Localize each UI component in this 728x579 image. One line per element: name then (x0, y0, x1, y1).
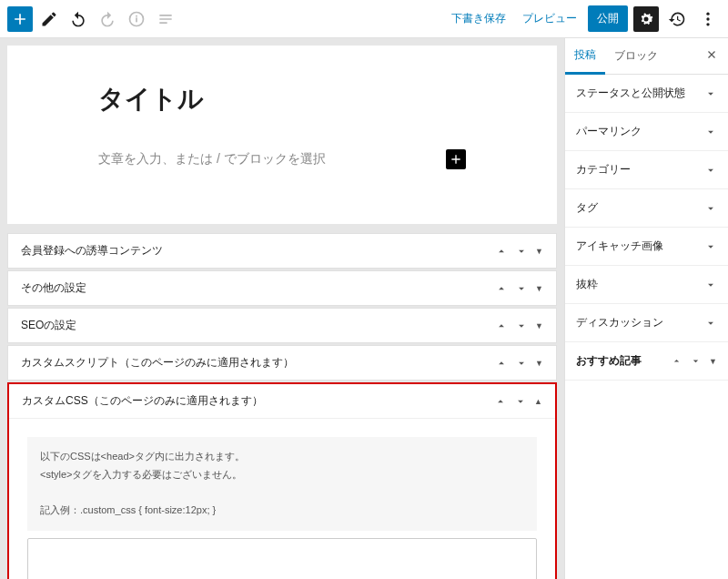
sidebar-panel-permalink[interactable]: パーマリンク (565, 113, 728, 151)
chevron-down-icon (704, 126, 717, 138)
custom-css-textarea[interactable] (27, 538, 537, 579)
info-button[interactable] (124, 6, 149, 32)
chevron-down-icon[interactable] (515, 320, 528, 332)
sidebar-panel-label: ステータスと公開状態 (576, 86, 685, 101)
chevron-up-icon[interactable] (495, 320, 508, 332)
chevron-down-icon (704, 202, 717, 215)
top-toolbar: 下書き保存 プレビュー 公開 (0, 0, 728, 38)
sidebar-panel-label: ディスカッション (576, 315, 663, 330)
svg-point-5 (706, 23, 709, 25)
svg-rect-1 (136, 17, 137, 22)
triangle-icon[interactable]: ▼ (535, 359, 543, 368)
sidebar-panel-tags[interactable]: タグ (565, 189, 728, 228)
meta-panel-label: 会員登録への誘導コンテンツ (21, 243, 163, 259)
sidebar-panel-status[interactable]: ステータスと公開状態 (565, 75, 728, 113)
sidebar-panel-category[interactable]: カテゴリー (565, 151, 728, 189)
custom-css-panel: カスタムCSS（このページのみに適用されます） ▲ 以下のCSSは<head>タ… (7, 382, 557, 579)
chevron-down-icon[interactable] (515, 357, 528, 370)
chevron-down-icon (704, 164, 717, 177)
meta-panel-label: その他の設定 (21, 280, 86, 296)
triangle-icon[interactable]: ▼ (709, 357, 717, 366)
chevron-up-icon[interactable] (495, 282, 508, 295)
sidebar-panel-excerpt[interactable]: 抜粋 (565, 266, 728, 304)
help-line: 以下のCSSは<head>タグ内に出力されます。 (40, 448, 524, 466)
publish-button[interactable]: 公開 (588, 5, 628, 32)
gear-icon (637, 10, 655, 28)
info-icon (127, 10, 146, 28)
chevron-down-icon[interactable] (690, 355, 702, 367)
settings-sidebar: 投稿 ブロック ステータスと公開状態 パーマリンク カテゴリー タグ (564, 38, 728, 579)
history-icon (668, 10, 686, 28)
meta-panels-wrap: 会員登録への誘導コンテンツ ▼ その他の設定 ▼ (7, 233, 557, 579)
triangle-icon[interactable]: ▲ (534, 397, 542, 406)
triangle-icon[interactable]: ▼ (535, 321, 543, 330)
chevron-down-icon (704, 87, 717, 100)
sidebar-panel-label: タグ (576, 200, 598, 216)
chevron-down-icon (704, 317, 717, 330)
paragraph-block[interactable]: 文章を入力、または / でブロックを選択 (98, 149, 466, 169)
chevron-up-icon[interactable] (671, 355, 682, 367)
triangle-icon[interactable]: ▼ (535, 284, 543, 293)
toolbar-right: 下書き保存 プレビュー 公開 (446, 5, 721, 32)
chevron-up-icon[interactable] (494, 395, 507, 408)
close-icon (705, 48, 718, 61)
svg-point-3 (706, 12, 709, 15)
sidebar-panel-label: アイキャッチ画像 (576, 239, 663, 254)
svg-point-4 (706, 17, 709, 20)
edit-mode-button[interactable] (36, 6, 62, 32)
pencil-icon (40, 10, 58, 28)
outline-button[interactable] (153, 6, 178, 32)
sidebar-tabs: 投稿 ブロック (565, 38, 728, 75)
sidebar-panel-label: パーマリンク (576, 124, 642, 139)
undo-icon (69, 10, 87, 28)
kebab-icon (699, 10, 717, 28)
chevron-up-icon[interactable] (495, 245, 508, 258)
meta-panel[interactable]: その他の設定 ▼ (7, 270, 557, 306)
undo-button[interactable] (66, 6, 91, 32)
revisions-button[interactable] (664, 6, 690, 32)
add-block-button[interactable] (7, 6, 33, 32)
meta-panel[interactable]: 会員登録への誘導コンテンツ ▼ (7, 233, 557, 269)
plus-icon (11, 10, 29, 28)
plus-icon (449, 152, 463, 167)
post-title[interactable]: タイトル (98, 82, 466, 117)
chevron-down-icon (704, 240, 717, 253)
preview-button[interactable]: プレビュー (517, 7, 582, 30)
sidebar-panel-discussion[interactable]: ディスカッション (565, 304, 728, 342)
sidebar-panel-featured-image[interactable]: アイキャッチ画像 (565, 228, 728, 266)
paragraph-placeholder: 文章を入力、または / でブロックを選択 (98, 151, 326, 168)
meta-panel-label: カスタムスクリプト（このページのみに適用されます） (21, 355, 294, 371)
sidebar-panel-label: 抜粋 (576, 277, 598, 292)
meta-panel[interactable]: カスタムスクリプト（このページのみに適用されます） ▼ (7, 345, 557, 381)
help-line: <style>タグを入力する必要はございません。 (40, 466, 524, 484)
sidebar-panel-label: おすすめ記事 (576, 353, 642, 369)
meta-panel[interactable]: SEOの設定 ▼ (7, 308, 557, 343)
tab-block[interactable]: ブロック (605, 39, 667, 73)
tab-post[interactable]: 投稿 (565, 38, 605, 75)
svg-rect-2 (136, 15, 137, 16)
toolbar-left (7, 6, 178, 32)
chevron-down-icon (704, 279, 717, 291)
custom-css-help: 以下のCSSは<head>タグ内に出力されます。 <style>タグを入力する必… (27, 437, 537, 531)
editor-canvas: タイトル 文章を入力、または / でブロックを選択 (7, 46, 557, 224)
chevron-down-icon[interactable] (515, 245, 528, 258)
chevron-down-icon[interactable] (515, 282, 528, 295)
redo-button[interactable] (95, 6, 120, 32)
triangle-icon[interactable]: ▼ (535, 247, 543, 256)
sidebar-close-button[interactable] (701, 48, 723, 64)
help-line: 記入例：.custom_css { font-size:12px; } (40, 502, 524, 520)
sidebar-panel-label: カテゴリー (576, 162, 631, 178)
editor-canvas-column: タイトル 文章を入力、または / でブロックを選択 会員登録への誘導コンテンツ … (0, 38, 564, 579)
inline-add-block-button[interactable] (446, 149, 466, 169)
list-icon (157, 10, 175, 28)
chevron-up-icon[interactable] (495, 357, 508, 370)
chevron-down-icon[interactable] (514, 395, 527, 408)
settings-button[interactable] (633, 6, 659, 32)
meta-panel-label: カスタムCSS（このページのみに適用されます） (22, 393, 263, 409)
redo-icon (98, 10, 116, 28)
custom-css-body: 以下のCSSは<head>タグ内に出力されます。 <style>タグを入力する必… (9, 421, 555, 579)
more-menu-button[interactable] (695, 6, 721, 32)
custom-css-header[interactable]: カスタムCSS（このページのみに適用されます） ▲ (9, 384, 555, 419)
sidebar-panel-featured-article[interactable]: おすすめ記事 ▼ (565, 342, 728, 381)
save-draft-button[interactable]: 下書き保存 (446, 7, 511, 30)
